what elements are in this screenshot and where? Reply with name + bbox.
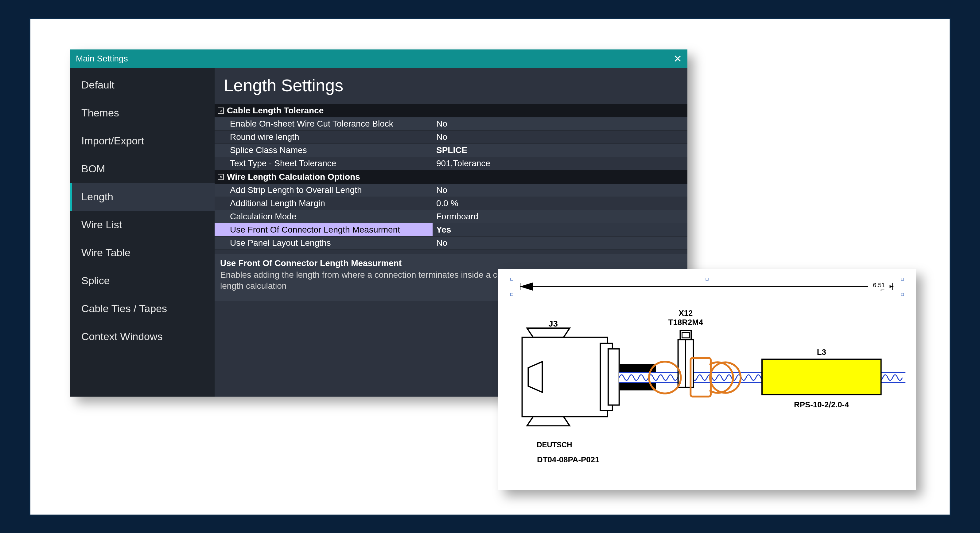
prop-label: Text Type - Sheet Tolerance	[215, 157, 433, 170]
label-l3: L3 RPS-10-2/2.0-4	[762, 348, 881, 409]
svg-rect-2	[901, 278, 904, 280]
prop-row[interactable]: Text Type - Sheet Tolerance 901,Toleranc…	[215, 157, 687, 170]
label-partno: RPS-10-2/2.0-4	[794, 400, 849, 409]
description-title: Use Front Of Connector Length Measurment	[220, 259, 682, 268]
prop-value[interactable]: No	[433, 117, 687, 130]
connector-partno: DT04-08PA-P021	[537, 455, 599, 464]
prop-value[interactable]: Yes	[433, 223, 687, 236]
window-title: Main Settings	[76, 54, 128, 64]
prop-label: Use Panel Layout Lengths	[215, 236, 433, 249]
sidebar-item-cable-ties-tapes[interactable]: Cable Ties / Tapes	[70, 295, 215, 322]
prop-label: Additional Length Margin	[215, 197, 433, 210]
sidebar-item-themes[interactable]: Themes	[70, 99, 215, 127]
sidebar-item-import-export[interactable]: Import/Export	[70, 127, 215, 155]
window-titlebar: Main Settings ✕	[70, 49, 687, 68]
group-header-wire-length-calc[interactable]: ▫ Wire Length Calculation Options	[215, 170, 687, 184]
prop-row[interactable]: Round wire length No	[215, 131, 687, 144]
prop-row[interactable]: Splice Class Names SPLICE	[215, 144, 687, 157]
sidebar-item-splice[interactable]: Splice	[70, 266, 215, 295]
svg-rect-18	[682, 332, 689, 338]
collapse-icon[interactable]: ▫	[218, 107, 224, 114]
sidebar-item-label: Default	[81, 79, 115, 91]
svg-rect-4	[901, 293, 904, 295]
connector-refdes: J3	[548, 319, 558, 329]
prop-value[interactable]: SPLICE	[433, 144, 687, 157]
group-title: Cable Length Tolerance	[227, 106, 324, 115]
connector-diagram-preview: 6.51 J3 DEUTSCH DT04-08PA-P021	[498, 269, 916, 490]
prop-value[interactable]: 901,Tolerance	[433, 157, 687, 170]
svg-rect-3	[511, 293, 513, 295]
sidebar-item-label: Splice	[81, 274, 110, 286]
tie-partno: T18R2M4	[668, 318, 703, 327]
prop-label: Enable On-sheet Wire Cut Tolerance Block	[215, 117, 433, 130]
prop-row[interactable]: Calculation Mode Formboard	[215, 210, 687, 223]
sidebar-item-label: Wire List	[81, 219, 122, 230]
prop-value[interactable]: No	[433, 131, 687, 144]
sidebar-item-bom[interactable]: BOM	[70, 155, 215, 183]
panel-title: Length Settings	[215, 68, 687, 104]
prop-row[interactable]: Enable On-sheet Wire Cut Tolerance Block…	[215, 117, 687, 131]
prop-row[interactable]: Additional Length Margin 0.0 %	[215, 197, 687, 210]
collapse-icon[interactable]: ▫	[218, 174, 224, 180]
sidebar-item-label: Themes	[81, 107, 119, 118]
prop-row[interactable]: Add Strip Length to Overall Length No	[215, 184, 687, 197]
prop-value[interactable]: 0.0 %	[433, 197, 687, 210]
sidebar-item-wire-list[interactable]: Wire List	[70, 211, 215, 239]
settings-sidebar: Default Themes Import/Export BOM Length …	[70, 68, 215, 397]
sidebar-item-wire-table[interactable]: Wire Table	[70, 239, 215, 266]
prop-row-selected[interactable]: Use Front Of Connector Length Measurment…	[215, 223, 687, 236]
document-frame: Main Settings ✕ Default Themes Import/Ex…	[29, 18, 951, 515]
connector-mfr: DEUTSCH	[537, 440, 572, 448]
sidebar-item-label: Wire Table	[81, 247, 130, 259]
dimension-line	[521, 282, 893, 290]
sidebar-item-label: Context Windows	[81, 330, 163, 342]
group-header-cable-length-tolerance[interactable]: ▫ Cable Length Tolerance	[215, 104, 687, 117]
sidebar-item-context-windows[interactable]: Context Windows	[70, 322, 215, 351]
svg-rect-0	[511, 278, 513, 280]
prop-value[interactable]: No	[433, 184, 687, 196]
prop-label: Calculation Mode	[215, 210, 433, 223]
dimension-value: 6.51	[873, 281, 885, 288]
sidebar-item-default[interactable]: Default	[70, 71, 215, 99]
prop-label: Use Front Of Connector Length Measurment	[215, 223, 433, 236]
prop-row[interactable]: Use Panel Layout Lengths No	[215, 236, 687, 250]
sidebar-item-label: Cable Ties / Tapes	[81, 303, 167, 314]
prop-value[interactable]: Formboard	[433, 210, 687, 223]
label-refdes: L3	[817, 348, 826, 356]
connector-j3: J3 DEUTSCH DT04-08PA-P021	[522, 319, 619, 464]
tie-refdes: X12	[679, 309, 693, 318]
sidebar-item-label: Length	[81, 191, 113, 203]
svg-rect-23	[762, 359, 881, 394]
sidebar-item-length[interactable]: Length	[70, 183, 215, 211]
svg-rect-13	[608, 349, 619, 405]
prop-label: Splice Class Names	[215, 144, 433, 157]
close-icon[interactable]: ✕	[673, 53, 682, 64]
prop-label: Add Strip Length to Overall Length	[215, 184, 433, 196]
sidebar-item-label: BOM	[81, 163, 105, 174]
connector-diagram-svg: 6.51 J3 DEUTSCH DT04-08PA-P021	[508, 276, 907, 484]
sidebar-item-label: Import/Export	[81, 135, 144, 147]
prop-value[interactable]: No	[433, 236, 687, 249]
svg-rect-1	[706, 278, 708, 280]
property-grid: ▫ Cable Length Tolerance Enable On-sheet…	[215, 104, 687, 250]
group-title: Wire Length Calculation Options	[227, 172, 360, 182]
svg-marker-6	[521, 282, 533, 290]
prop-label: Round wire length	[215, 131, 433, 144]
